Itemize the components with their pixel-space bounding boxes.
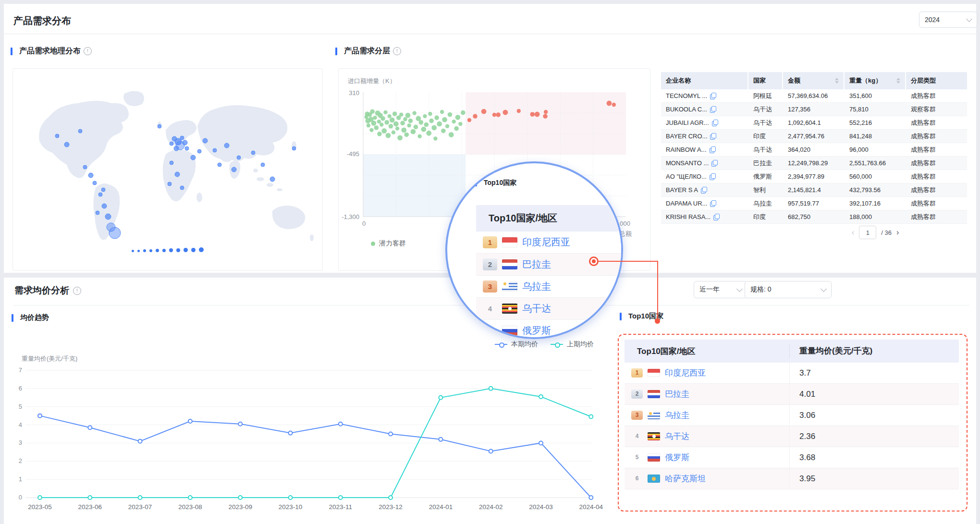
rank-badge-4: 4	[483, 303, 497, 315]
legend-item-previous[interactable]: 上期均价	[551, 340, 594, 349]
copy-icon[interactable]	[710, 173, 716, 180]
callout-end-dot	[655, 318, 660, 324]
company-name: AO "ЩЕЛКО...	[666, 173, 707, 180]
section-bar	[12, 314, 13, 322]
table-row[interactable]: TECNOMYL ...阿根廷57,369,634.06351,600成熟客群	[661, 89, 967, 103]
table-row[interactable]: BAYER S A智利2,145,821.4432,793.56成熟客群	[661, 183, 967, 197]
sort-icon[interactable]	[835, 78, 839, 84]
amount-cell: 2,477,954.76	[783, 133, 845, 140]
table-row[interactable]: RAINBOW A...乌干达364,02096,000成熟客群	[661, 143, 967, 157]
country-link[interactable]: 巴拉圭	[665, 389, 689, 400]
country-link[interactable]: 哈萨克斯坦	[665, 473, 706, 484]
country-link[interactable]: 印度尼西亚	[665, 367, 706, 378]
table-row[interactable]: AO "ЩЕЛКО...俄罗斯2,394,977.89560,000成熟客群	[661, 170, 967, 183]
svg-text:2023-06: 2023-06	[78, 503, 102, 511]
table-row[interactable]: MONSANTO ...巴拉圭12,249,798.292,551,763.66…	[661, 157, 967, 170]
country-link[interactable]: 乌干达	[665, 431, 689, 442]
table-row[interactable]: BUKOOLA C...乌干达127,35675,810观察客群	[661, 103, 967, 116]
col-weight[interactable]: 重量（kg）	[845, 72, 906, 89]
year-select[interactable]: 2024	[919, 12, 977, 28]
next-page-icon[interactable]: ›	[896, 229, 899, 236]
country-link[interactable]: 俄罗斯	[665, 452, 689, 463]
company-name-cell: KRISHI RASA...	[661, 213, 748, 220]
copy-icon[interactable]	[711, 160, 718, 167]
legend-label: 潜力客群	[379, 239, 406, 248]
top10-table: Top10国家/地区 重量均价(美元/千克) 1印度尼西亚3.72巴拉圭4.01…	[625, 340, 959, 489]
weight-cell: 392,107.16	[845, 200, 906, 207]
country-link[interactable]: 印度尼西亚	[522, 236, 570, 249]
world-map	[13, 69, 322, 270]
country-link[interactable]: 乌拉圭	[522, 280, 551, 293]
magnifier-col-country: Top10国家/地区	[476, 212, 623, 225]
country-link[interactable]: 乌干达	[522, 302, 551, 315]
weight-cell: 75,810	[845, 106, 906, 113]
callout-line-horizontal	[599, 261, 658, 262]
col-company[interactable]: 企业名称	[661, 72, 748, 89]
col-type[interactable]: 分层类型	[906, 72, 967, 89]
time-range-select[interactable]: 近一年	[694, 281, 747, 298]
info-icon[interactable]: !	[84, 47, 92, 55]
top10-row[interactable]: 1印度尼西亚	[476, 232, 623, 254]
copy-icon[interactable]	[710, 93, 716, 99]
company-table-body: TECNOMYL ...阿根廷57,369,634.06351,600成熟客群B…	[661, 89, 967, 224]
copy-icon[interactable]	[712, 120, 718, 126]
top10-row[interactable]: 2巴拉圭4.01	[625, 384, 959, 405]
svg-text:1: 1	[19, 475, 22, 483]
info-icon[interactable]: !	[393, 47, 401, 55]
legend-item-current[interactable]: 本期均价	[495, 340, 538, 349]
svg-text:2023-07: 2023-07	[128, 503, 152, 511]
company-name-cell: BAYER S A	[661, 186, 748, 194]
svg-text:2: 2	[19, 457, 22, 464]
top10-row[interactable]: 3乌拉圭	[476, 276, 623, 298]
top10-row[interactable]: 5俄罗斯3.68	[625, 447, 959, 468]
scatter-ytick-2: -1,300	[340, 213, 359, 220]
bubble-size-dot	[184, 248, 188, 252]
weight-cell: 841,248	[845, 133, 906, 140]
type-cell: 成熟客群	[906, 146, 967, 154]
company-name-cell: JUBAILI AGR...	[661, 119, 748, 126]
spec-select[interactable]: 规格: 0	[745, 281, 832, 298]
svg-text:2023-09: 2023-09	[228, 503, 252, 511]
flag-icon-id	[648, 369, 660, 377]
copy-icon[interactable]	[713, 214, 720, 220]
line-marker-icon	[495, 344, 507, 345]
amount-cell: 2,145,821.4	[783, 186, 845, 194]
line-marker-icon	[551, 344, 563, 345]
legend-item-potential[interactable]: 潜力客群	[371, 239, 406, 248]
top10-row[interactable]: 3乌拉圭3.06	[625, 405, 959, 426]
svg-text:2023-10: 2023-10	[279, 503, 303, 511]
col-country[interactable]: 国家	[748, 72, 783, 89]
table-row[interactable]: DAPAMA UR...乌拉圭957,519.77392,107.16成熟客群	[661, 197, 967, 210]
col-amount[interactable]: 金额	[783, 72, 845, 89]
page-input[interactable]: 1	[859, 226, 876, 239]
prev-page-icon[interactable]: ‹	[852, 229, 854, 236]
copy-icon[interactable]	[710, 146, 716, 153]
table-row[interactable]: BAYER CRO...印度2,477,954.76841,248成熟客群	[661, 130, 967, 143]
country-link[interactable]: 俄罗斯	[522, 324, 551, 337]
top10-col-country: Top10国家/地区	[625, 346, 789, 357]
weight-cell: 188,000	[845, 213, 906, 220]
copy-icon[interactable]	[710, 133, 716, 140]
value-cell: 2.36	[789, 426, 959, 447]
company-name: TECNOMYL ...	[666, 92, 707, 99]
table-row[interactable]: JUBAILI AGR...乌干达1,092,604.1552,216成熟客群	[661, 116, 967, 130]
copy-icon[interactable]	[710, 200, 716, 207]
top10-row[interactable]: 4乌干达2.36	[625, 426, 959, 447]
top10-row[interactable]: 1印度尼西亚3.7	[625, 363, 959, 384]
country-link[interactable]: 乌拉圭	[665, 410, 689, 421]
section-bar	[335, 48, 337, 55]
info-icon[interactable]: !	[73, 287, 81, 295]
magnifier-section-title: Top10国家	[484, 179, 516, 187]
rank-badge-6: 6	[631, 474, 643, 484]
copy-icon[interactable]	[710, 106, 716, 113]
trend-legend: 本期均价 上期均价	[495, 340, 594, 349]
type-cell: 成熟客群	[906, 213, 967, 221]
sort-icon[interactable]	[896, 78, 900, 84]
type-cell: 成熟客群	[906, 199, 967, 208]
copy-icon[interactable]	[701, 187, 707, 194]
country-cell: 俄罗斯	[748, 172, 783, 181]
top10-row[interactable]: 2巴拉圭	[476, 254, 623, 276]
country-link[interactable]: 巴拉圭	[522, 258, 551, 271]
table-row[interactable]: KRISHI RASA...印度682,750188,000成熟客群	[661, 210, 967, 224]
top10-row[interactable]: 6哈萨克斯坦3.95	[625, 468, 959, 489]
